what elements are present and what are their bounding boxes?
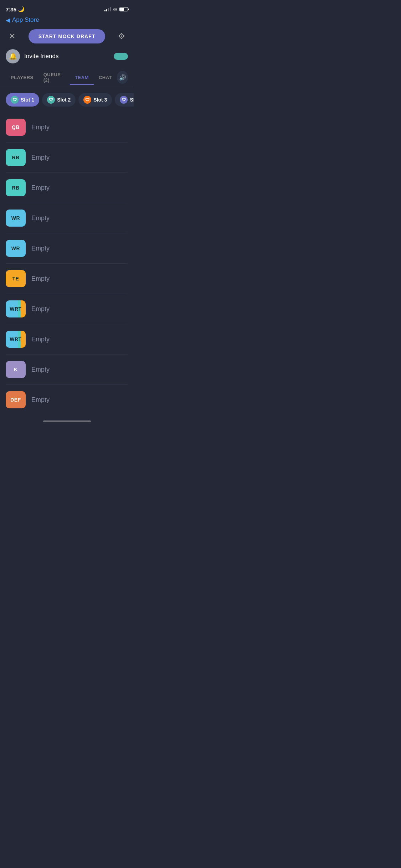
- slot-4-label: Slot 4: [130, 97, 134, 103]
- slot-4-button[interactable]: 🛡 Slot 4: [115, 93, 134, 107]
- time-label: 7:35: [6, 6, 16, 12]
- tab-team[interactable]: TEAM: [70, 71, 94, 84]
- home-bar: [43, 420, 91, 422]
- position-row[interactable]: WRTEmpty: [6, 294, 128, 324]
- position-row[interactable]: WREmpty: [6, 233, 128, 264]
- player-name: Empty: [31, 305, 50, 313]
- player-name: Empty: [31, 336, 50, 343]
- sound-icon: 🔊: [119, 74, 126, 81]
- gear-icon: ⚙: [118, 32, 125, 41]
- settings-button[interactable]: ⚙: [115, 30, 128, 43]
- moon-icon: 🌙: [18, 6, 25, 12]
- header-bar: ✕ START MOCK DRAFT ⚙: [0, 26, 134, 48]
- slot-1-button[interactable]: 🛡 Slot 1: [6, 93, 39, 107]
- status-indicators: ⊛: [104, 6, 128, 12]
- position-badge: K: [6, 361, 26, 378]
- back-arrow-icon: ◀: [6, 17, 10, 24]
- battery-icon: [119, 7, 128, 11]
- tab-chat[interactable]: CHAT: [94, 71, 117, 84]
- slot-4-icon: 🛡: [120, 96, 128, 104]
- slot-2-icon: 🛡: [47, 96, 55, 104]
- position-row[interactable]: DEFEmpty: [6, 385, 128, 415]
- slot-1-icon: 🛡: [11, 96, 19, 104]
- position-row[interactable]: KEmpty: [6, 355, 128, 385]
- player-name: Empty: [31, 184, 50, 192]
- player-name: Empty: [31, 366, 50, 373]
- position-badge: QB: [6, 119, 26, 136]
- tab-queue[interactable]: QUEUE (2): [38, 68, 70, 87]
- position-row[interactable]: WRTEmpty: [6, 324, 128, 355]
- player-name: Empty: [31, 396, 50, 404]
- player-name: Empty: [31, 275, 50, 283]
- wifi-icon: ⊛: [113, 6, 117, 12]
- position-badge: WR: [6, 210, 26, 227]
- status-time: 7:35 🌙: [6, 6, 25, 12]
- player-name: Empty: [31, 124, 50, 131]
- position-row[interactable]: WREmpty: [6, 203, 128, 233]
- app-store-label: App Store: [12, 16, 39, 24]
- slot-3-icon: 🛡: [83, 96, 91, 104]
- slot-2-label: Slot 2: [57, 97, 71, 103]
- position-badge: WR: [6, 240, 26, 257]
- avatar: 🔔: [6, 49, 20, 63]
- home-indicator: [0, 418, 134, 424]
- close-icon: ✕: [9, 32, 15, 41]
- status-bar: 7:35 🌙 ⊛: [0, 0, 134, 16]
- position-row[interactable]: RBEmpty: [6, 173, 128, 203]
- tab-players[interactable]: PLAYERS: [6, 71, 38, 84]
- player-name: Empty: [31, 154, 50, 161]
- invite-friends-row: 🔔 Invite friends: [0, 48, 134, 68]
- position-badge: TE: [6, 270, 26, 287]
- position-row[interactable]: RBEmpty: [6, 143, 128, 173]
- slot-1-label: Slot 1: [21, 97, 34, 103]
- signal-icon: [104, 7, 111, 11]
- positions-list: QBEmptyRBEmptyRBEmptyWREmptyWREmptyTEEmp…: [0, 109, 134, 418]
- slot-selector-row: 🛡 Slot 1 🛡 Slot 2 🛡 Slot 3 🛡 Slot 4: [0, 87, 134, 109]
- slot-3-button[interactable]: 🛡 Slot 3: [78, 93, 112, 107]
- position-badge: RB: [6, 179, 26, 196]
- position-badge: WRT: [6, 300, 26, 317]
- slot-3-label: Slot 3: [93, 97, 107, 103]
- position-badge: RB: [6, 149, 26, 166]
- app-store-back-row[interactable]: ◀ App Store: [0, 16, 134, 26]
- invite-label: Invite friends: [24, 53, 58, 60]
- tab-bar: PLAYERS QUEUE (2) TEAM CHAT 🔊: [0, 68, 134, 87]
- position-badge: WRT: [6, 331, 26, 348]
- player-name: Empty: [31, 215, 50, 222]
- close-button[interactable]: ✕: [6, 30, 19, 43]
- slot-2-button[interactable]: 🛡 Slot 2: [42, 93, 76, 107]
- invite-button[interactable]: [114, 53, 128, 60]
- position-row[interactable]: TEEmpty: [6, 264, 128, 294]
- position-badge: DEF: [6, 391, 26, 408]
- position-row[interactable]: QBEmpty: [6, 112, 128, 143]
- player-name: Empty: [31, 245, 50, 252]
- start-mock-draft-button[interactable]: START MOCK DRAFT: [29, 29, 106, 43]
- sound-button[interactable]: 🔊: [117, 71, 128, 84]
